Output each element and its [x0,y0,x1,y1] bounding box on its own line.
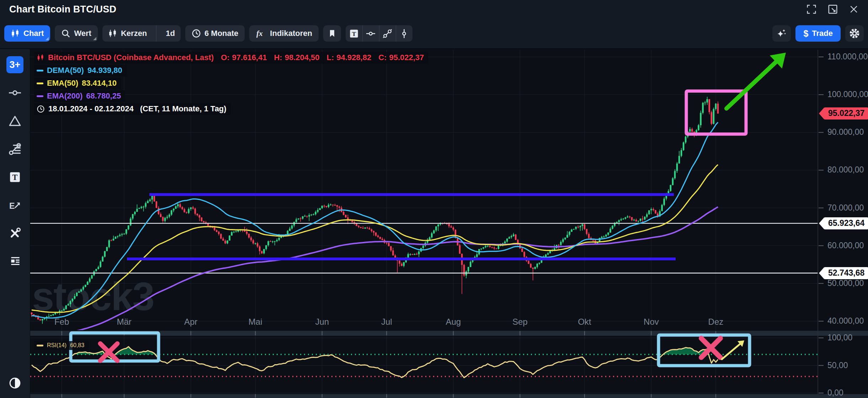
triangle-tool-button[interactable] [6,112,23,129]
legend-range-row: 18.01.2024 - 02.12.2024 (CET, 11 Monate,… [34,103,231,115]
window-title: Chart Bitcoin BTC/USD [9,4,116,15]
ema200-label: EMA(200) [47,91,82,101]
time-range-button[interactable]: 6 Monate [185,25,245,42]
candle-type-button[interactable]: Kerzen [102,25,153,42]
curve-tool-button[interactable] [379,25,396,42]
drawing-tools-group: T [346,25,412,42]
trade-label: Trade [812,29,833,38]
high-label: H: [274,53,282,62]
high-value: 98.204,50 [285,53,320,62]
close-value: 95.022,37 [389,53,424,62]
price-axis[interactable] [818,50,868,394]
text-tool-icon: T [9,171,21,184]
contrast-icon [9,376,21,390]
ema50-label: EMA(50) [47,79,78,88]
fullscreen-icon [806,4,817,15]
text-tool-button[interactable]: T [346,25,362,42]
resize-button[interactable] [827,4,838,15]
toolbar: Chart Wert Kerzen 1d 6 Monate fx Indikat… [0,18,868,49]
indicators-button[interactable]: fx Indikatoren [249,25,319,42]
clock-icon [192,29,201,38]
visible-range: 18.01.2024 - 02.12.2024 [48,104,134,113]
dema-value: 94.939,80 [87,66,122,75]
drawing-sidebar: 3+ T E [0,49,30,398]
rsi-projection-arrow[interactable] [722,340,744,359]
clock-icon [37,105,45,113]
theme-toggle-button[interactable] [6,375,23,392]
fullscreen-button[interactable] [806,4,817,15]
time-axis[interactable] [30,394,868,398]
gear-icon [849,28,860,39]
trendline-tool-button[interactable] [6,84,23,101]
svg-text:fx: fx [256,29,263,38]
rsi-color-swatch [37,345,43,346]
rsi-value: 60,83 [70,342,84,349]
horizontal-line-icon [366,29,376,38]
candlestick-icon [37,54,44,62]
visible-range-detail: (CET, 11 Monate, 1 Tag) [140,104,227,113]
close-button[interactable] [849,4,859,14]
svg-text:E: E [9,201,15,211]
ema200-value: 68.780,25 [86,91,121,101]
ema200-color-swatch [37,95,43,97]
search-icon [61,29,70,38]
text-tool-icon: T [349,29,359,38]
tools-button[interactable] [6,225,23,242]
curve-tool-icon [383,29,392,38]
chart-mode-button[interactable]: Chart [4,25,50,42]
open-value: 97.616,41 [232,53,267,62]
titlebar: Chart Bitcoin BTC/USD [0,0,868,18]
dema-color-swatch [37,70,43,71]
fx-icon: fx [256,29,266,38]
forecast-icon: E [9,199,21,212]
symbol-description: Bitcoin BTC/USD (Coinbase Advanced, Last… [48,53,214,62]
vertical-line-tool-button[interactable] [396,25,412,42]
candle-type-label: Kerzen [121,29,147,38]
symbol-search-label: Wert [74,29,91,38]
legend-main-row[interactable]: Bitcoin BTC/USD (Coinbase Advanced, Last… [34,52,428,64]
candlestick-icon [108,29,117,38]
symbol-search-button[interactable]: Wert [55,25,98,42]
open-label: O: [221,53,229,62]
pattern-lines-icon [9,143,21,155]
candlestick-icon [11,29,20,38]
chart-mode-label: Chart [23,29,44,38]
ema50-value: 83.414,10 [82,79,117,88]
sparkles-icon [776,28,787,39]
svg-text:T: T [352,31,356,37]
bullish-arrow[interactable] [726,53,786,108]
stock3-tool-button[interactable]: 3+ [6,56,23,73]
close-label: C: [378,53,387,62]
settings-button[interactable] [845,25,864,42]
bookmark-icon [328,29,336,38]
horizontal-line-tool-button[interactable] [362,25,379,42]
horizontal-line-icon [9,86,21,99]
rsi-label: RSI(14) [47,342,66,349]
resize-icon [827,4,838,15]
pattern-tool-button[interactable] [6,140,23,158]
sparkles-button[interactable] [772,25,791,42]
text-tool-button[interactable]: T [6,169,23,186]
legend-dema-row[interactable]: DEMA(50) 94.939,80 [34,65,127,76]
legend-ema50-row[interactable]: EMA(50) 83.414,10 [34,78,121,89]
triangle-icon [9,115,21,127]
time-range-label: 6 Monate [204,29,238,38]
legend-ema200-row[interactable]: EMA(200) 68.780,25 [34,90,125,102]
rsi-legend-row[interactable]: RSI(14) 60,83 [34,341,89,350]
interval-button[interactable]: 1d [160,25,181,42]
dema-label: DEMA(50) [47,66,84,75]
layout-template-icon [9,255,21,268]
bookmark-button[interactable] [323,25,341,42]
trade-button[interactable]: $ Trade [795,25,841,42]
close-icon [849,4,859,14]
low-label: L: [327,53,334,62]
tools-icon [9,227,21,240]
layout-button[interactable] [6,253,23,270]
svg-text:T: T [12,173,18,182]
rsi-panel [74,347,709,355]
low-value: 94.928,82 [336,53,371,62]
indicators-label: Indikatoren [270,29,312,38]
divider [156,25,156,42]
forecast-tool-button[interactable]: E [6,197,23,214]
vertical-line-icon [399,29,409,38]
